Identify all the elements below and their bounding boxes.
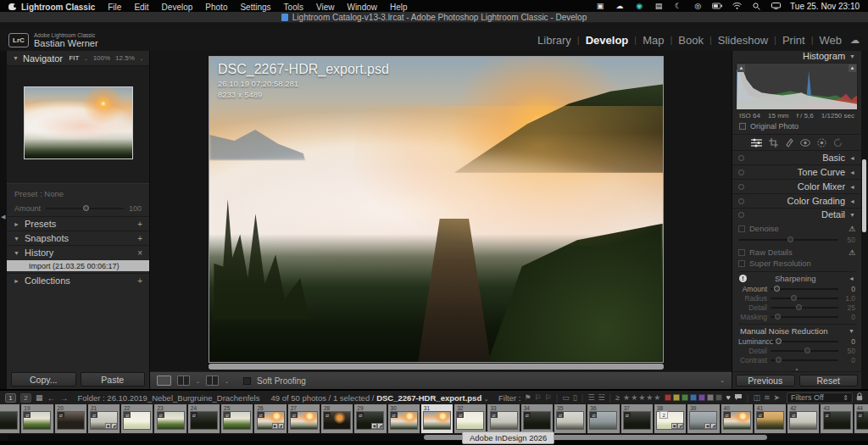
- cell-thumbnail[interactable]: ⇄: [456, 411, 484, 430]
- original-photo-checkbox[interactable]: [739, 123, 746, 130]
- left-panel-collapse[interactable]: ◀: [0, 51, 7, 389]
- add-snapshot-button[interactable]: +: [137, 234, 142, 243]
- panel-header-basic[interactable]: Basic◄: [732, 150, 861, 164]
- navigator-header[interactable]: ▼ Navigator FIT ⌄ 100% 12.5% ⌄: [7, 51, 149, 65]
- color-label-chip[interactable]: [673, 394, 680, 401]
- apple-menu-icon[interactable]: [8, 2, 16, 10]
- unedited-filter-icon[interactable]: ☱: [598, 393, 604, 402]
- second-window-button[interactable]: 2: [20, 393, 31, 403]
- navigator-thumbnail[interactable]: [24, 86, 133, 159]
- filmstrip-cell-27[interactable]: 27⇄: [288, 404, 320, 433]
- cell-thumbnail[interactable]: ⇄▣◪: [356, 411, 384, 430]
- raw-details-checkbox[interactable]: [738, 249, 745, 256]
- highlight-clipping-icon[interactable]: ▲: [849, 64, 856, 72]
- back-arrow-icon[interactable]: ←: [47, 393, 56, 403]
- cell-thumbnail[interactable]: ⇄: [490, 411, 518, 430]
- filmstrip-cell-20[interactable]: 20⇄: [55, 404, 86, 433]
- slider-knob[interactable]: [804, 348, 810, 353]
- cell-thumbnail[interactable]: ⇄: [723, 411, 751, 430]
- previous-button[interactable]: Previous: [736, 375, 795, 387]
- module-slideshow[interactable]: Slideshow: [718, 34, 768, 47]
- menu-item-view[interactable]: View: [316, 3, 335, 12]
- cell-thumbnail[interactable]: ⇄: [123, 411, 151, 430]
- stack-icon[interactable]: ▤: [654, 2, 664, 10]
- cell-thumbnail[interactable]: ▣◪: [689, 411, 717, 430]
- selected-filename[interactable]: DSC_2267-HDR_export.psd: [376, 393, 481, 403]
- heart-icon[interactable]: ♥: [726, 393, 730, 402]
- filmstrip-cell-25[interactable]: 25⇄: [221, 404, 253, 433]
- cell-thumbnail[interactable]: ⇄: [823, 411, 851, 430]
- cell-thumbnail[interactable]: ⇄: [323, 411, 351, 430]
- history-item-import[interactable]: Import (21.03.25 00:06:17): [7, 260, 149, 271]
- panel-header-tone-curve[interactable]: Tone Curve◄: [732, 164, 861, 179]
- filmstrip-cell-31[interactable]: 31: [421, 404, 453, 433]
- filmstrip-cell-33[interactable]: 33⇄: [487, 404, 519, 433]
- reset-button[interactable]: Reset: [799, 375, 859, 387]
- preview-warning-icon[interactable]: !: [739, 275, 747, 282]
- filmstrip-cell-24[interactable]: 24⇄: [188, 404, 220, 433]
- module-library[interactable]: Library: [537, 34, 571, 47]
- filmstrip-cell-19[interactable]: 19⇄: [21, 404, 53, 433]
- cell-thumbnail[interactable]: ⇄▣◪: [257, 411, 285, 430]
- sync-icon[interactable]: [833, 138, 843, 147]
- virtual-copy-icon[interactable]: ▯: [573, 393, 577, 402]
- cell-thumbnail[interactable]: ⇄: [390, 411, 418, 430]
- slider-detail[interactable]: Detail50: [738, 346, 855, 355]
- menu-item-settings[interactable]: Settings: [240, 3, 270, 12]
- search-icon[interactable]: [751, 2, 761, 10]
- healing-tool-icon[interactable]: [785, 138, 793, 147]
- slider-luminance[interactable]: Luminance0: [738, 337, 855, 346]
- play-circle-icon[interactable]: ◎: [693, 2, 703, 10]
- slider-knob[interactable]: [775, 314, 781, 320]
- menu-item-edit[interactable]: Edit: [134, 3, 148, 12]
- teal-app-icon[interactable]: ◉: [634, 2, 644, 10]
- stack-count-badge[interactable]: 2: [659, 411, 668, 419]
- filmstrip-cell-30[interactable]: 30⇄: [388, 404, 420, 433]
- cell-thumbnail[interactable]: ⇄: [789, 411, 817, 430]
- right-panel-scrollbar[interactable]: [861, 51, 868, 389]
- filters-dropdown[interactable]: Filters Off ⇕: [787, 392, 853, 403]
- clear-history-button[interactable]: ×: [137, 248, 142, 258]
- denoise-checkbox[interactable]: [738, 225, 745, 232]
- filmstrip-source[interactable]: Folder : 26.10.2019_Nebel_Burgruine_Drac…: [78, 393, 260, 403]
- color-label-chip[interactable]: [665, 394, 671, 401]
- menu-item-window[interactable]: Window: [347, 3, 377, 12]
- menu-item-develop[interactable]: Develop: [162, 3, 193, 12]
- cell-thumbnail[interactable]: ⇄: [190, 411, 218, 430]
- slider-knob[interactable]: [796, 304, 802, 310]
- filmstrip-cell-40[interactable]: 40⇄: [721, 404, 753, 433]
- color-label-chip[interactable]: [707, 394, 714, 401]
- cell-thumbnail[interactable]: ⇄: [756, 411, 784, 430]
- chevron-down-icon[interactable]: ⌄: [84, 56, 87, 61]
- module-web[interactable]: Web: [820, 34, 843, 47]
- color-label-chip[interactable]: [698, 394, 705, 401]
- add-collection-button[interactable]: +: [137, 276, 142, 286]
- cell-thumbnail[interactable]: ⇄: [290, 411, 318, 430]
- panel-toggle-icon[interactable]: [738, 212, 744, 218]
- histogram-header[interactable]: Histogram ▼: [732, 51, 861, 62]
- filmstrip-cell-41[interactable]: 41⇄: [754, 404, 786, 433]
- histogram-display[interactable]: ▲ ▲: [736, 63, 858, 111]
- cell-thumbnail[interactable]: 2▣◪: [656, 411, 684, 430]
- menu-item-file[interactable]: File: [108, 3, 121, 12]
- module-print[interactable]: Print: [782, 34, 805, 47]
- panel-header-color-mixer[interactable]: Color Mixer◄: [732, 179, 861, 193]
- zoom-custom-option[interactable]: 12.5%: [115, 54, 135, 62]
- filmstrip-cell-21[interactable]: 21⇄▣◪: [88, 404, 120, 433]
- cell-thumbnail[interactable]: ⇄: [223, 411, 251, 430]
- sharpening-header[interactable]: ! Sharpening ◄: [738, 271, 855, 284]
- soft-proofing-checkbox[interactable]: [243, 377, 251, 385]
- amount-slider-knob[interactable]: [83, 205, 89, 211]
- app-box-icon[interactable]: ▣: [595, 2, 605, 10]
- chevron-down-icon[interactable]: ⌄: [225, 378, 229, 384]
- slider-contrast[interactable]: Contrast0: [738, 355, 855, 364]
- sync-cloud-icon[interactable]: ☁: [850, 35, 860, 46]
- filmstrip-cell-38[interactable]: 382▣◪: [654, 404, 686, 433]
- filter-lock-icon[interactable]: [856, 392, 863, 403]
- panel-header-detail[interactable]: Detail ▼: [732, 208, 861, 220]
- color-label-chip[interactable]: [690, 394, 697, 401]
- slider-knob[interactable]: [791, 295, 797, 301]
- module-develop[interactable]: Develop: [586, 34, 629, 47]
- master-photo-icon[interactable]: ▭: [562, 393, 570, 402]
- panel-header-color-grading[interactable]: Color Grading◄: [732, 193, 861, 208]
